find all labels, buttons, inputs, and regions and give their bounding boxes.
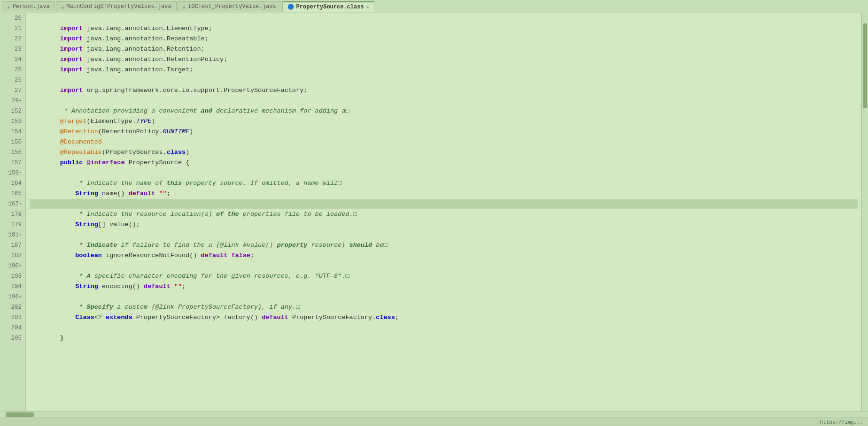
linenum-203: 203 [4, 312, 22, 323]
linenum-27: 27 [4, 85, 22, 96]
linenum-24: 24 [4, 54, 22, 65]
java-icon-mainconfig: ☕ [61, 4, 64, 10]
code-area: 20 21 22 23 24 25 26 27 29+ 152 153 154 … [0, 13, 868, 411]
tab-ioctest[interactable]: ☕ IOCTest_PropertyValue.java [178, 1, 281, 11]
linenum-194: 194 [4, 281, 22, 292]
code-line-196: * Specify a custom {@link PropertySource… [30, 292, 858, 302]
tab-bar: ☕ Person.java ☕ MainConfigOfPropertyValu… [0, 0, 868, 13]
java-icon-ioctest: ☕ [183, 4, 186, 10]
linenum-25: 25 [4, 65, 22, 75]
linenum-205: 205 [4, 333, 22, 343]
linenum-204: 204 [4, 323, 22, 333]
linenum-29: 29+ [4, 96, 22, 106]
code-line-204: } [30, 323, 858, 333]
linenum-153: 153 [4, 116, 22, 127]
tab-label-propertysource: PropertySource.class [296, 4, 364, 10]
horizontal-scrollbar[interactable] [0, 411, 868, 418]
status-bar: https://img... [0, 418, 868, 426]
editor-container: ☕ Person.java ☕ MainConfigOfPropertyValu… [0, 0, 868, 426]
code-content[interactable]: import java.lang.annotation.ElementType;… [26, 13, 861, 411]
java-icon-person: ☕ [7, 4, 10, 10]
code-line-159: * Indicate the name of this property sou… [30, 168, 858, 178]
linenum-20: 20 [4, 13, 22, 23]
linenum-156: 156 [4, 147, 22, 158]
bottom-area: https://img... [0, 411, 868, 426]
tab-label-mainconfig: MainConfigOfPropertyValues.java [66, 3, 171, 10]
vertical-scrollbar[interactable] [861, 13, 868, 411]
linenum-22: 22 [4, 34, 22, 44]
linenum-167: 167+ [4, 199, 22, 209]
code-line-29: * Annotation providing a convenient and … [30, 96, 858, 106]
tab-person[interactable]: ☕ Person.java [2, 1, 55, 11]
linenum-21: 21 [4, 23, 22, 34]
code-line-167: * Indicate the resource location(s) of t… [30, 199, 858, 209]
tab-propertysource[interactable]: 🔵 PropertySource.class ✕ [282, 1, 374, 12]
linenum-187: 187 [4, 240, 22, 251]
tab-label-person: Person.java [13, 3, 50, 10]
linenum-190: 190+ [4, 261, 22, 271]
linenum-202: 202 [4, 302, 22, 312]
status-url: https://img... [820, 419, 863, 425]
linenum-165: 165 [4, 189, 22, 199]
linenum-178: 178 [4, 209, 22, 220]
linenum-193: 193 [4, 271, 22, 281]
tab-close-propertysource[interactable]: ✕ [366, 4, 369, 10]
linenum-155: 155 [4, 137, 22, 147]
linenum-181: 181+ [4, 230, 22, 240]
class-icon-propertysource: 🔵 [287, 4, 294, 10]
linenum-152: 152 [4, 106, 22, 116]
linenum-164: 164 [4, 178, 22, 189]
linenum-157: 157 [4, 158, 22, 168]
tab-mainconfig[interactable]: ☕ MainConfigOfPropertyValues.java [56, 1, 177, 11]
code-line-155: @Repeatable(PropertySources.class) [30, 137, 858, 147]
linenum-23: 23 [4, 44, 22, 54]
linenum-179: 179 [4, 220, 22, 230]
linenum-154: 154 [4, 127, 22, 137]
scrollbar-thumb-horizontal[interactable] [6, 412, 34, 417]
linenum-188: 188 [4, 251, 22, 261]
code-line-20: import java.lang.annotation.ElementType; [30, 13, 858, 23]
code-line-190: * A specific character encoding for the … [30, 261, 858, 271]
code-line-205 [30, 333, 858, 343]
code-line-26: import org.springframework.core.io.suppo… [30, 75, 858, 85]
line-numbers: 20 21 22 23 24 25 26 27 29+ 152 153 154 … [0, 13, 26, 411]
code-line-179 [30, 220, 858, 230]
code-line-181: * Indicate if failure to find the a {@li… [30, 230, 858, 240]
tab-label-ioctest: IOCTest_PropertyValue.java [188, 3, 276, 10]
linenum-196: 196+ [4, 292, 22, 302]
linenum-159: 159+ [4, 168, 22, 178]
linenum-26: 26 [4, 75, 22, 85]
scrollbar-thumb-vertical[interactable] [863, 23, 867, 108]
